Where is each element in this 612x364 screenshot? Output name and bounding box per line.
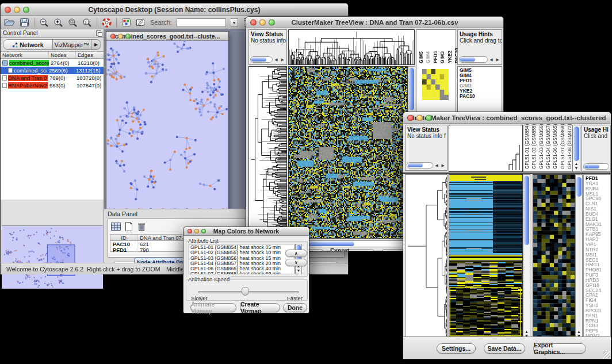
- minimize-button[interactable]: [259, 19, 266, 25]
- help-lifesaver-icon[interactable]: [102, 18, 112, 28]
- move-down-button[interactable]: ∨: [285, 259, 307, 266]
- minimize-button[interactable]: [194, 229, 199, 233]
- treeview-combined-titlebar[interactable]: ClusterMaker TreeView : combined_scores_…: [403, 112, 611, 124]
- matrix-column-label[interactable]: PFD1: [433, 30, 439, 64]
- zoom-button[interactable]: [269, 19, 275, 25]
- dialog-titlebar[interactable]: Map Colors to Network: [183, 227, 309, 236]
- scroll-thumb[interactable]: [576, 177, 582, 197]
- close-button[interactable]: [5, 6, 11, 13]
- attribute-item[interactable]: GPL51-07 (GSM868) heat shock 60 min: [190, 271, 294, 274]
- scroll-arrows[interactable]: ◀ ▶: [273, 58, 285, 62]
- scroll-thumb[interactable]: [460, 58, 475, 62]
- column-nodes[interactable]: Nodes: [49, 52, 76, 58]
- scroll-thumb[interactable]: [524, 176, 529, 245]
- zoom-out-icon[interactable]: [39, 18, 49, 28]
- column-dendrogram[interactable]: [449, 125, 522, 171]
- done-button[interactable]: Done: [283, 303, 307, 312]
- column-edges[interactable]: Edges: [76, 52, 104, 58]
- matrix-column-label[interactable]: GIM4: [426, 30, 431, 64]
- scroll-arrows[interactable]: ◀ ▶: [488, 58, 500, 62]
- column-label[interactable]: GPL51-02 (GSM855): [531, 125, 537, 170]
- scroll-thumb[interactable]: [573, 127, 579, 161]
- column-labels-vscrollbar[interactable]: ▲▼: [572, 125, 580, 172]
- view-status-scrollbar[interactable]: ◀ ▶: [250, 56, 285, 63]
- scroll-track[interactable]: [459, 56, 488, 63]
- network-row[interactable]: combined_scores 2764(0) 16218(0): [1, 59, 104, 67]
- zoom-button[interactable]: [125, 33, 131, 39]
- zoom-in-icon[interactable]: [53, 18, 63, 28]
- scroll-thumb[interactable]: [409, 68, 414, 110]
- delete-attribute-icon[interactable]: [137, 221, 148, 232]
- minimize-button[interactable]: [14, 6, 20, 13]
- network-row[interactable]: DNA and Tran 07 769(0) 183728(0): [1, 74, 104, 82]
- view-status-scrollbar[interactable]: ◀ ▶: [407, 162, 446, 169]
- network-canvas[interactable]: [106, 41, 228, 212]
- close-button[interactable]: [110, 33, 116, 39]
- close-button[interactable]: [407, 114, 414, 121]
- network-row[interactable]: RNAPuberNov2+ 563(0) 107847(0): [1, 82, 104, 89]
- column-label[interactable]: GPL51-06 (GSM865): [553, 125, 559, 170]
- scroll-thumb[interactable]: [408, 163, 423, 167]
- search-input[interactable]: [177, 18, 226, 27]
- tab-vizmapper[interactable]: VizMapper™: [53, 40, 91, 49]
- matrix-column-label[interactable]: GIM3: [440, 30, 446, 64]
- main-titlebar[interactable]: Cytoscape Desktop (Session Name: collins…: [1, 3, 348, 16]
- column-label[interactable]: GPL51-03 (GSM856): [539, 125, 545, 170]
- scroll-thumb[interactable]: [307, 242, 354, 246]
- network-row[interactable]: combined_sco 2569(6) 13112(15): [1, 67, 104, 74]
- column-label[interactable]: GPL51-04 (GSM857): [546, 125, 552, 170]
- treeview-dna-titlebar[interactable]: ClusterMaker TreeView : DNA and Tran 07-…: [246, 17, 503, 28]
- matrix-column-label[interactable]: GIM5: [419, 30, 424, 64]
- column-label[interactable]: GPL51-07 (GSM868): [560, 125, 566, 170]
- zoom-selected-icon[interactable]: [68, 18, 78, 28]
- animation-speed-slider-thumb[interactable]: [242, 287, 249, 296]
- similarity-matrix-heatmap[interactable]: [422, 69, 449, 100]
- expression-heatmap[interactable]: [289, 67, 407, 238]
- expression-heatmap[interactable]: [449, 175, 522, 339]
- settings-button[interactable]: Settings...: [437, 343, 476, 354]
- column-network[interactable]: Network: [1, 52, 49, 58]
- new-attribute-icon[interactable]: [124, 221, 136, 232]
- attribute-list[interactable]: GPL51-01 (GSM854) heat shock 05 min GPL5…: [189, 244, 294, 274]
- zoom-button[interactable]: [201, 229, 206, 233]
- close-button[interactable]: [250, 19, 257, 25]
- open-file-icon[interactable]: [4, 18, 15, 27]
- minimize-button[interactable]: [118, 33, 123, 39]
- zoom-vscrollbar[interactable]: ▲▼: [575, 174, 583, 340]
- vizmap-icon[interactable]: [121, 18, 131, 27]
- scroll-track[interactable]: [250, 56, 273, 63]
- save-data-button[interactable]: Save Data...: [484, 343, 525, 354]
- usage-hints-scrollbar[interactable]: [583, 163, 609, 170]
- heatmap-vscrollbar[interactable]: ▲▼: [523, 174, 530, 340]
- row-dendrogram[interactable]: [249, 67, 286, 238]
- attribute-select-icon[interactable]: [110, 221, 122, 232]
- column-label[interactable]: GPL51-01 (GSM854): [525, 125, 530, 170]
- animate-vizmap-button[interactable]: Animate Vizmap: [190, 303, 236, 312]
- matrix-column-label[interactable]: YKE2: [447, 30, 453, 64]
- float-panel-icon[interactable]: [96, 30, 101, 36]
- scroll-arrows[interactable]: ▲▼: [573, 162, 580, 171]
- close-button[interactable]: [188, 229, 192, 233]
- export-graphics-button[interactable]: Export Graphics...: [533, 343, 586, 354]
- move-up-button[interactable]: ∧: [285, 250, 307, 257]
- search-dropdown-arrow[interactable]: ▼: [231, 18, 238, 27]
- matrix-row-label[interactable]: PAC10: [460, 94, 502, 99]
- export-graphics-button[interactable]: Export Graphics...: [330, 249, 376, 251]
- annotation-icon[interactable]: [136, 18, 146, 27]
- zoomed-heatmap[interactable]: [533, 175, 575, 339]
- tab-overflow-arrow[interactable]: ▶: [91, 40, 101, 49]
- resize-grip[interactable]: [603, 351, 610, 358]
- scroll-thumb[interactable]: [251, 58, 266, 62]
- column-id[interactable]: ID: [110, 235, 137, 240]
- minimize-button[interactable]: [416, 114, 423, 121]
- create-vizmap-button[interactable]: Create Vizmap: [240, 303, 280, 312]
- scroll-thumb[interactable]: [584, 164, 599, 168]
- zoom-button[interactable]: [23, 6, 29, 13]
- scroll-arrows[interactable]: ◀ ▶: [433, 163, 446, 168]
- scroll-track[interactable]: [407, 162, 433, 168]
- row-dendrogram[interactable]: [406, 175, 447, 339]
- save-icon[interactable]: [20, 18, 29, 27]
- network-window-titlebar[interactable]: combined_scores_good.txt--cluste...: [106, 32, 228, 41]
- birdseye-view[interactable]: [2, 225, 103, 289]
- column-dendrogram[interactable]: [289, 30, 414, 64]
